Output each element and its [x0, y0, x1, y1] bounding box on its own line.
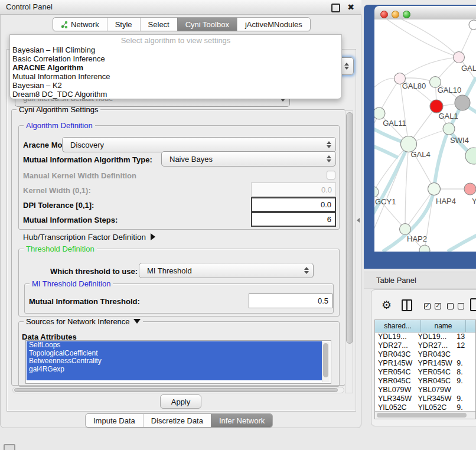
node-hap2[interactable]: [400, 224, 411, 235]
network-canvas[interactable]: GALGAL80GAL10GAL1GAL11SWI4GAL4GCY1HAP4YH…: [374, 19, 476, 252]
dropdown-item[interactable]: ARACNE Algorithm: [10, 63, 341, 72]
list-item[interactable]: gal4RGexp: [27, 366, 322, 374]
table-cell: YLR345W: [375, 394, 415, 403]
deselect-checkbox-icon[interactable]: [447, 303, 454, 309]
list-item[interactable]: TopologicalCoefficient: [27, 350, 322, 358]
apply-button[interactable]: Apply: [160, 394, 201, 409]
list-item[interactable]: SelfLoops: [27, 341, 322, 350]
scrollbar-thumb[interactable]: [377, 413, 467, 418]
window-minimize-icon[interactable]: [392, 11, 399, 18]
network-edge[interactable]: [448, 234, 476, 252]
table-row[interactable]: YBL079WYBL079W: [375, 386, 475, 394]
table-cell: [454, 386, 475, 394]
column-header[interactable]: name: [421, 320, 466, 332]
dropdown-item[interactable]: Bayesian – K2: [10, 81, 341, 90]
tab-cyni-toolbox[interactable]: Cyni Toolbox: [177, 18, 237, 31]
aracne-mode-value: Discovery: [70, 138, 104, 152]
window-close-icon[interactable]: [380, 11, 388, 18]
deselect-checkbox-icon[interactable]: [458, 303, 464, 309]
mi-type-label: Mutual Information Algorithm Type:: [23, 155, 152, 164]
network-edge[interactable]: [384, 19, 459, 57]
node-unlabeled-gray[interactable]: [455, 95, 470, 110]
network-edge[interactable]: [374, 144, 409, 192]
mi-steps-field[interactable]: 6: [251, 212, 336, 227]
mi-type-combobox[interactable]: Naive Bayes: [161, 151, 336, 167]
float-icon[interactable]: [331, 4, 340, 12]
network-edge[interactable]: [434, 129, 449, 189]
settings-vscrollbar[interactable]: [345, 110, 353, 393]
column-header[interactable]: [466, 320, 476, 332]
gear-icon[interactable]: ⚙: [382, 299, 392, 312]
tab-jactivemnodules[interactable]: jActiveMNodules: [237, 18, 310, 31]
network-edge[interactable]: [405, 144, 409, 229]
network-edge[interactable]: [397, 19, 459, 57]
tab-select[interactable]: Select: [140, 18, 177, 31]
tab-discretize-data[interactable]: Discretize Data: [143, 414, 211, 427]
node-label: GAL1: [438, 112, 458, 120]
table-hscrollbar[interactable]: [375, 411, 475, 419]
network-view-window: GALGAL80GAL10GAL1GAL11SWI4GAL4GCY1HAP4YH…: [374, 6, 476, 252]
collapse-icon[interactable]: [133, 319, 141, 324]
node-unlabeled-top[interactable]: [469, 20, 476, 30]
dropdown-item[interactable]: Basic Correlation Inference: [10, 54, 341, 63]
tab-style[interactable]: Style: [107, 18, 140, 31]
node-hap4[interactable]: [428, 183, 441, 195]
close-icon[interactable]: ✖: [347, 1, 354, 13]
expand-icon: [151, 233, 155, 240]
tab-network[interactable]: Network: [53, 18, 107, 31]
table-row[interactable]: YLR345WYLR345W9.: [375, 394, 475, 403]
node-unlabeled-bottom[interactable]: [419, 245, 430, 252]
table-row[interactable]: YDL19...YDL19...13: [375, 332, 475, 341]
scrollbar-thumb[interactable]: [323, 343, 328, 377]
list-item-partial[interactable]: [27, 373, 322, 380]
node-swi4[interactable]: [443, 123, 455, 135]
tab-impute-data[interactable]: Impute Data: [86, 414, 143, 427]
table-row[interactable]: YBR043CYBR043C: [375, 350, 475, 359]
node-gal1[interactable]: [430, 100, 443, 113]
node-gal-cut[interactable]: [454, 52, 465, 63]
dropdown-item[interactable]: Mutual Information Inference: [10, 72, 341, 81]
control-panel: Control Panel ✖ NetworkStyleSelectCyni T…: [0, 0, 361, 428]
window-zoom-icon[interactable]: [403, 11, 410, 18]
node-table[interactable]: shared...name YDL19...YDL19...13YDR27...…: [374, 319, 476, 419]
dock-corner-icon[interactable]: [4, 444, 15, 450]
table-row[interactable]: YBR045CYBR045C9.: [375, 377, 475, 386]
algorithm-definition-title: Algorithm Definition: [24, 121, 95, 130]
network-edge[interactable]: [400, 57, 459, 79]
settings-hscrollbar[interactable]: [12, 387, 344, 393]
split-pane-collapse-icon[interactable]: [357, 218, 360, 223]
node-gal11[interactable]: [374, 107, 385, 119]
table-row[interactable]: YIL052CYIL052C9.: [375, 403, 475, 412]
dropdown-item[interactable]: Dream8 DC_TDC Algorithm: [10, 90, 341, 99]
scrollbar-thumb[interactable]: [14, 388, 338, 392]
which-threshold-combobox[interactable]: MI Threshold: [139, 263, 314, 278]
mi-threshold-field[interactable]: 0.5: [249, 294, 332, 308]
network-window-titlebar[interactable]: [374, 6, 476, 20]
select-all-checkbox-icon[interactable]: ✓: [435, 303, 441, 309]
node-gcy1[interactable]: [374, 187, 379, 197]
aracne-mode-combobox[interactable]: Discovery: [62, 137, 336, 152]
table-row[interactable]: YPR145WYPR145W9.: [375, 359, 475, 368]
node-label: GAL80: [402, 81, 426, 90]
hub-definition-expander[interactable]: Hub/Transcription Factor Definition: [23, 233, 155, 242]
attributes-scrollbar[interactable]: [322, 342, 330, 382]
dropdown-item[interactable]: Bayesian – Hill Climbing: [10, 45, 341, 54]
table-row[interactable]: YDR27...YDR27...12: [375, 341, 475, 350]
network-edge[interactable]: [374, 146, 398, 158]
dpi-tolerance-field[interactable]: 0.0: [251, 197, 336, 212]
tab-label: Cyni Toolbox: [185, 20, 229, 29]
check-glyph: ✓: [435, 302, 440, 309]
chevron-updown-icon: [327, 155, 331, 162]
table-row[interactable]: YER054CYER054C8.: [375, 368, 475, 377]
manual-kernel-checkbox[interactable]: [327, 171, 335, 180]
node-y-cut[interactable]: [464, 183, 476, 195]
tab-infer-network[interactable]: Infer Network: [211, 414, 272, 427]
select-all-checkbox-icon[interactable]: ✓: [424, 303, 431, 309]
columns-icon[interactable]: [402, 299, 412, 311]
scrollbar-thumb[interactable]: [346, 112, 353, 344]
document-icon[interactable]: [470, 298, 476, 311]
data-attributes-list[interactable]: SelfLoopsTopologicalCoefficientBetweenne…: [25, 340, 331, 384]
network-edge[interactable]: [405, 189, 434, 229]
column-header[interactable]: shared...: [375, 320, 421, 332]
list-item[interactable]: BetweennessCentrality: [27, 357, 322, 366]
